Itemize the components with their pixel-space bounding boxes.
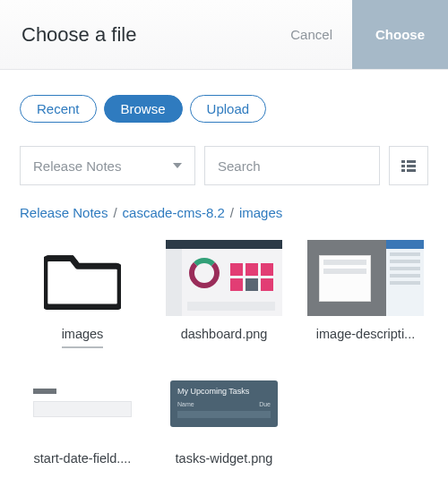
chevron-down-icon (173, 163, 182, 168)
grid-item-file[interactable]: start-date-field.... (20, 364, 145, 466)
location-select-button[interactable]: Release Notes (20, 146, 195, 185)
source-tabs: Recent Browse Upload (20, 95, 428, 123)
dialog-title: Choose a file (22, 23, 136, 47)
grid-item-file[interactable]: My Upcoming Tasks NameDue tasks-widget.p… (161, 364, 287, 466)
breadcrumb: Release Notes / cascade-cms-8.2 / images (20, 205, 428, 220)
file-name: tasks-widget.png (176, 451, 273, 466)
location-select-value: Release Notes (33, 158, 121, 174)
choose-button[interactable]: Choose (352, 0, 448, 69)
search-field (204, 146, 380, 185)
tab-browse[interactable]: Browse (104, 95, 183, 123)
search-input[interactable] (204, 146, 380, 185)
file-name: image-descripti... (316, 327, 415, 341)
list-view-button[interactable] (389, 146, 428, 185)
breadcrumb-current[interactable]: images (239, 205, 282, 220)
folder-icon (24, 240, 141, 316)
tab-recent[interactable]: Recent (20, 95, 97, 123)
breadcrumb-separator: / (230, 205, 234, 220)
cancel-button[interactable]: Cancel (271, 0, 352, 69)
dialog-header: Choose a file Cancel Choose (0, 0, 448, 70)
controls-row: Release Notes (20, 146, 428, 185)
file-name: dashboard.png (181, 327, 268, 341)
grid-item-file[interactable]: image-descripti... (303, 240, 428, 348)
location-select[interactable]: Release Notes (20, 146, 195, 185)
header-actions: Cancel Choose (271, 0, 448, 69)
list-icon (401, 160, 416, 172)
file-name: start-date-field.... (34, 451, 132, 466)
tab-upload[interactable]: Upload (190, 95, 267, 123)
breadcrumb-separator: / (113, 205, 116, 220)
breadcrumb-folder[interactable]: cascade-cms-8.2 (123, 205, 225, 220)
thumbnail: My Upcoming Tasks NameDue (166, 364, 282, 440)
file-name: images (62, 327, 104, 348)
breadcrumb-root[interactable]: Release Notes (20, 205, 108, 220)
thumbnail (24, 364, 141, 440)
grid-item-file[interactable]: dashboard.png (161, 240, 287, 348)
thumbnail (166, 240, 282, 316)
grid-item-folder[interactable]: images (20, 240, 145, 348)
thumbnail (307, 240, 424, 316)
file-grid: images dashboard.png image-descripti... (20, 240, 428, 466)
